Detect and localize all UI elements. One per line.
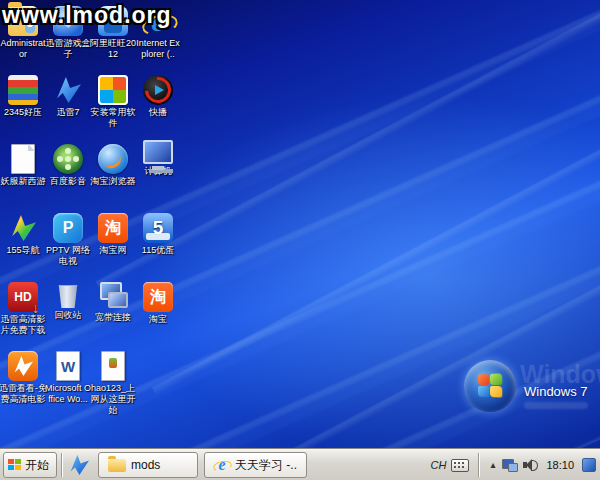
taskbar-clock[interactable]: 18:10 <box>543 459 577 471</box>
hd-download-icon: HD <box>8 282 38 312</box>
qvod-player-icon <box>143 75 173 105</box>
desktop-icon-hao123[interactable]: hao123_上网从这里开始 <box>92 351 134 420</box>
film-reel-icon <box>53 144 83 174</box>
desktop-icon-label: 115优蛋 <box>134 245 182 256</box>
broadband-connection-icon <box>98 280 128 310</box>
desktop-icon-computer[interactable]: 计算机 <box>137 144 179 213</box>
desktop-icon-install-software[interactable]: 安装常用软件 <box>92 75 134 144</box>
taskbar-window-label: 天天学习 -.. <box>235 457 297 474</box>
desktop-icon-label: Microsoft Office Wo... <box>44 383 92 405</box>
desktop-icon-2345haozip[interactable]: 2345好压 <box>2 75 44 144</box>
system-tray: CH ▴ 18:10 <box>431 450 600 480</box>
quicklaunch-thunder-icon[interactable] <box>66 453 92 477</box>
windows7-edition-text <box>524 402 588 409</box>
windows-orb-icon <box>464 360 516 412</box>
desktop-icon-broadband[interactable]: 宽带连接 <box>92 282 134 351</box>
globe-browser-icon <box>98 144 128 174</box>
taskbar-window-label: mods <box>131 458 160 472</box>
taskbar-window-browser[interactable]: e 天天学习 -.. <box>204 452 307 478</box>
desktop-icon-label: 2345好压 <box>0 107 47 118</box>
text-document-icon <box>11 144 35 174</box>
ime-language-indicator[interactable]: CH <box>431 459 447 471</box>
desktop-icon-taobao-browser[interactable]: 淘宝浏览器 <box>92 144 134 213</box>
show-hidden-icons-chevron[interactable]: ▴ <box>488 458 497 472</box>
desktop-icon-label: 155导航 <box>0 245 47 256</box>
desktop-icon-155-nav[interactable]: 155导航 <box>2 213 44 282</box>
desktop-icon-pptv[interactable]: P PPTV 网络电视 <box>47 213 89 282</box>
desktop-icon-label: 迅雷7 <box>44 107 92 118</box>
desktop-icon-game-shortcut[interactable]: 妖服新西游 <box>2 144 44 213</box>
colorful-bird-icon <box>8 213 38 243</box>
desktop-icon-label: 宽带连接 <box>89 312 137 323</box>
taskbar-separator <box>61 453 62 477</box>
desktop-icon-label: 妖服新西游 <box>0 176 47 187</box>
installer-squares-icon <box>98 75 128 105</box>
start-button[interactable]: 开始 <box>3 452 57 478</box>
desktop-icon-taobao[interactable]: 淘 淘宝 <box>137 282 179 351</box>
watermark-text: www.lmod.org <box>2 2 172 29</box>
word-document-icon: W <box>56 351 80 381</box>
desktop-icon-label: 淘宝浏览器 <box>89 176 137 187</box>
desktop-icon-taobao-site[interactable]: 淘 淘宝网 <box>92 213 134 282</box>
desktop-icon-label: 淘宝网 <box>89 245 137 256</box>
desktop-icon-baidu-player[interactable]: 百度影音 <box>47 144 89 213</box>
desktop-icon-xunlei7[interactable]: 迅雷7 <box>47 75 89 144</box>
desktop-icon-qvod[interactable]: 快播 <box>137 75 179 144</box>
desktop-icon-label: PPTV 网络电视 <box>44 245 92 267</box>
desktop-icon-label: 回收站 <box>44 310 92 321</box>
desktop-icon-hd-download[interactable]: HD 迅雷高清影片免费下载 <box>2 282 44 351</box>
desktop-icon-label: 迅雷高清影片免费下载 <box>0 314 47 336</box>
desktop-icon-label: Internet Explorer (.. <box>134 38 182 60</box>
windows7-logo-text: Windows 7 <box>524 384 588 399</box>
taobao-icon: 淘 <box>143 282 173 312</box>
desktop-icon-label: 百度影音 <box>44 176 92 187</box>
desktop-icon-label: 安装常用软件 <box>89 107 137 129</box>
pptv-icon: P <box>53 213 83 243</box>
windows7-wallpaper-logo: Windows 7 Windows 7 <box>462 358 600 420</box>
windows-flag-icon <box>478 373 503 398</box>
network-tray-icon[interactable] <box>502 459 518 472</box>
taskbar: 开始 mods e 天天学习 -.. CH ▴ 18:10 <box>0 449 600 480</box>
desktop-icon-label: 阿里旺旺2012 <box>89 38 137 60</box>
desktop-screen: www.lmod.org Windows 7 Windows 7 Adminis… <box>0 0 600 480</box>
taobao-icon: 淘 <box>98 213 128 243</box>
desktop-icon-label: 迅雷看看-免费高清电影 <box>0 383 47 405</box>
desktop-icon-label: hao123_上网从这里开始 <box>89 383 137 415</box>
desktop-icon-kankan[interactable]: 迅雷看看-免费高清电影 <box>2 351 44 420</box>
desktop-icon-label: 淘宝 <box>134 314 182 325</box>
volume-tray-icon[interactable] <box>523 458 538 472</box>
desktop-icon-label: 迅雷游戏盒子 <box>44 38 92 60</box>
kankan-bird-icon <box>8 351 38 381</box>
recycle-bin-icon <box>57 282 79 308</box>
desktop-icon-grid: Administrator 迅雷游戏盒子 阿里旺旺2012 e Internet… <box>2 6 179 420</box>
windows-start-flag-icon <box>8 459 22 472</box>
tray-separator <box>478 453 479 477</box>
desktop-icon-label: Administrator <box>0 38 47 60</box>
folder-icon <box>108 459 126 472</box>
start-button-label: 开始 <box>25 457 49 474</box>
desktop-icon-label: 快播 <box>134 107 182 118</box>
hao123-document-icon <box>101 351 125 381</box>
show-desktop-button[interactable] <box>582 458 596 472</box>
thunder-bird-icon <box>53 75 83 105</box>
soft-keyboard-icon[interactable] <box>451 459 469 472</box>
computer-icon <box>143 140 173 164</box>
desktop-icon-115[interactable]: 5 115优蛋 <box>137 213 179 282</box>
115-disk-icon: 5 <box>143 213 173 243</box>
internet-explorer-icon: e <box>214 457 230 473</box>
desktop-icon-recycle-bin[interactable]: 回收站 <box>47 282 89 351</box>
taskbar-window-mods[interactable]: mods <box>98 452 198 478</box>
desktop-icon-word[interactable]: W Microsoft Office Wo... <box>47 351 89 420</box>
archive-icon <box>8 75 38 105</box>
